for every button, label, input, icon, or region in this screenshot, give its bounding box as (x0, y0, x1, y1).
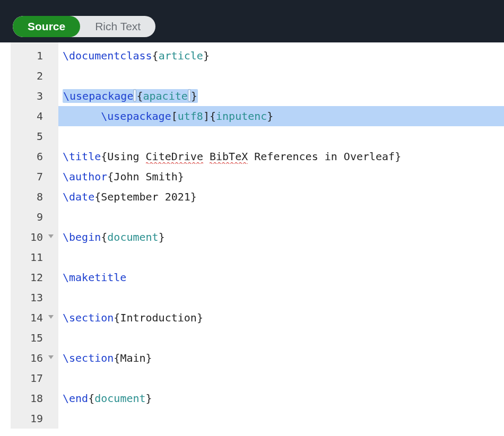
line-number: 19 (0, 408, 58, 429)
spellcheck-underline: CiteDrive (146, 150, 203, 164)
line-number: 1 (0, 46, 58, 66)
line-number: 18 (0, 388, 58, 408)
code-line[interactable]: \usepackage[utf8]{inputenc} (58, 66, 504, 86)
code-line[interactable] (58, 247, 504, 267)
code-line[interactable] (58, 287, 504, 308)
latex-command: \author (63, 170, 107, 183)
code-line[interactable]: \maketitle (58, 267, 504, 287)
editor-toolbar: Source Rich Text (0, 12, 504, 42)
code-content[interactable]: \documentclass{article} \usepackage[utf8… (58, 42, 504, 429)
spellcheck-underline: BibTeX (210, 150, 248, 164)
latex-command: \begin (63, 231, 101, 243)
code-line[interactable]: \author{John Smith} (58, 167, 504, 187)
chevron-down-icon[interactable] (48, 234, 54, 238)
line-number: 8 (0, 187, 58, 207)
line-number: 2 (0, 66, 58, 86)
latex-command: \usepackage (63, 90, 133, 102)
line-number: 9 (0, 207, 58, 227)
code-line[interactable] (58, 126, 504, 146)
chevron-down-icon[interactable] (48, 355, 54, 359)
line-number: 13 (0, 287, 58, 308)
line-number: 10 (0, 227, 58, 247)
code-line[interactable]: \end{document} (58, 388, 504, 408)
window-topbar (0, 0, 504, 12)
code-line[interactable] (58, 408, 504, 429)
code-editor[interactable]: 1 2 3 4 5 6 7 8 9 10 11 12 13 14 15 16 1… (0, 42, 504, 429)
line-number: 11 (0, 247, 58, 267)
line-number: 17 (0, 368, 58, 388)
code-line[interactable] (58, 207, 504, 227)
latex-command: \end (63, 392, 88, 405)
latex-command: \documentclass (63, 49, 152, 62)
line-number: 7 (0, 167, 58, 187)
line-number: 3 (0, 86, 58, 106)
latex-command: \title (63, 150, 101, 163)
line-number: 12 (0, 267, 58, 287)
line-number: 5 (0, 126, 58, 146)
latex-command: \section (63, 352, 114, 364)
code-line[interactable] (58, 106, 504, 126)
chevron-down-icon[interactable] (48, 315, 54, 319)
latex-command: \maketitle (63, 271, 126, 284)
code-line[interactable]: \documentclass{article} (58, 46, 504, 66)
code-line[interactable] (58, 328, 504, 348)
line-number: 15 (0, 328, 58, 348)
source-mode-button[interactable]: Source (13, 16, 80, 37)
richtext-mode-button[interactable]: Rich Text (80, 16, 155, 37)
latex-command: \date (63, 190, 94, 203)
line-number: 14 (0, 308, 58, 328)
code-line[interactable]: \section{Main} (58, 348, 504, 368)
mode-toggle: Source Rich Text (13, 16, 155, 37)
line-number-gutter: 1 2 3 4 5 6 7 8 9 10 11 12 13 14 15 16 1… (0, 42, 58, 429)
line-number: 4 (0, 106, 58, 126)
line-number: 16 (0, 348, 58, 368)
code-line[interactable]: \usepackage{apacite} (58, 86, 504, 106)
code-line[interactable]: \title{Using CiteDrive BibTeX References… (58, 146, 504, 167)
code-line[interactable]: \date{September 2021} (58, 187, 504, 207)
line-number: 6 (0, 146, 58, 167)
code-line[interactable]: \begin{document} (58, 227, 504, 247)
code-line[interactable] (58, 368, 504, 388)
latex-command: \section (63, 311, 114, 324)
code-line[interactable]: \section{Introduction} (58, 308, 504, 328)
selection-highlight: \usepackage{apacite} (63, 89, 198, 103)
